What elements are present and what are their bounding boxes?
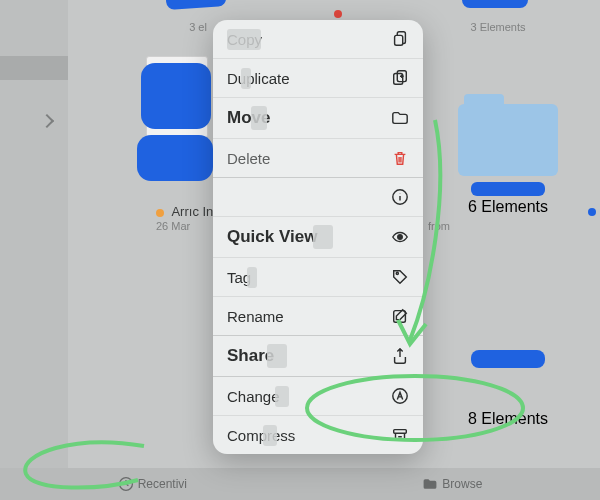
chevron-right-icon xyxy=(40,114,54,128)
sidebar xyxy=(0,0,68,500)
menu-rename[interactable]: Rename xyxy=(213,297,423,336)
menu-quicklook[interactable]: Quick View xyxy=(213,217,423,258)
files-grid: 3 el 3 Elements Arrıc Info › 26 Mar 6 El… xyxy=(68,0,600,468)
sidebar-selected-row[interactable] xyxy=(0,56,68,80)
folder-icon xyxy=(391,109,409,127)
archive-icon xyxy=(391,426,409,444)
menu-change[interactable]: Change xyxy=(213,377,423,416)
menu-delete[interactable]: Delete xyxy=(213,139,423,178)
tag-dot-orange xyxy=(156,209,164,217)
context-menu: Copy Duplicate Move Delete Quick View Ta… xyxy=(213,20,423,454)
svg-point-5 xyxy=(396,272,398,274)
label-from: from xyxy=(428,220,450,232)
tag-dot-red xyxy=(334,10,342,18)
svg-point-4 xyxy=(398,235,403,240)
svg-rect-0 xyxy=(395,35,403,45)
copy-icon xyxy=(391,30,409,48)
item-subtitle: 8 Elements xyxy=(448,410,568,428)
menu-tag[interactable]: Tag xyxy=(213,258,423,297)
menu-copy[interactable]: Copy xyxy=(213,20,423,59)
menu-duplicate[interactable]: Duplicate xyxy=(213,59,423,98)
trash-icon xyxy=(391,149,409,167)
svg-rect-8 xyxy=(394,430,407,434)
menu-share[interactable]: Share xyxy=(213,336,423,377)
rename-icon xyxy=(391,307,409,325)
tab-browse[interactable]: Browse xyxy=(422,476,482,492)
grid-item[interactable]: 8 Elements xyxy=(448,320,568,428)
item-subtitle: 3 Elements xyxy=(428,21,568,33)
tag-dot-blue xyxy=(588,208,596,216)
tag-icon xyxy=(391,268,409,286)
folder-item[interactable]: 6 Elements xyxy=(448,104,568,216)
share-icon xyxy=(391,347,409,365)
menu-compress[interactable]: Compress xyxy=(213,416,423,454)
eye-icon xyxy=(391,228,409,246)
tab-bar: Recentivi Browse xyxy=(0,468,600,500)
circle-a-icon xyxy=(391,387,409,405)
folder-name xyxy=(448,182,568,198)
folder-icon xyxy=(422,476,438,492)
clock-icon xyxy=(118,476,134,492)
folder-subtitle: 6 Elements xyxy=(448,198,568,216)
folder-icon xyxy=(458,104,558,176)
menu-info[interactable] xyxy=(213,178,423,217)
grid-item[interactable]: 3 Elements xyxy=(428,0,568,33)
duplicate-icon xyxy=(391,69,409,87)
menu-move[interactable]: Move xyxy=(213,98,423,139)
info-icon xyxy=(391,188,409,206)
tab-recent[interactable]: Recentivi xyxy=(118,476,187,492)
